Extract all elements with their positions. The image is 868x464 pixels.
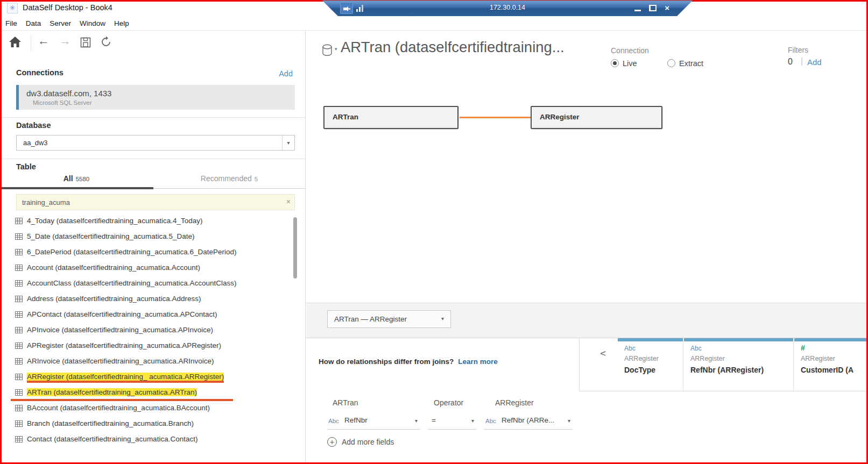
preview-grid: < AbcARRegisterDocTypeAbcARRegisterRefNb… (579, 338, 868, 464)
table-list-item[interactable]: 6_DatePeriod (dataselfcertifiedtraining_… (0, 245, 293, 260)
clear-search-icon[interactable]: × (286, 197, 291, 206)
tab-all[interactable]: All5580 (0, 174, 153, 188)
radio-live[interactable] (611, 59, 619, 67)
menu-help[interactable]: Help (114, 19, 135, 27)
relationship-editor: How do relationships differ from joins?L… (306, 338, 579, 464)
refresh-icon[interactable] (100, 36, 112, 49)
left-field-select[interactable]: Abc RefNbr ▾ (327, 412, 420, 430)
menu-data[interactable]: Data (26, 19, 47, 27)
table-list-item[interactable]: APContact (dataselfcertifiedtraining_acu… (0, 307, 293, 323)
menu-server[interactable]: Server (50, 19, 77, 27)
table-list-item-label: BAccount (dataselfcertifiedtraining_acum… (27, 404, 210, 412)
scrollbar-thumb[interactable] (293, 217, 297, 279)
table-list-item[interactable]: Branch (dataselfcertifiedtraining_acumat… (0, 416, 293, 432)
menu-window[interactable]: Window (80, 19, 111, 27)
table-list-item[interactable]: Contact (dataselfcertifiedtraining_acuma… (0, 432, 293, 447)
column-accent-bar (794, 338, 868, 341)
collapse-panel-icon[interactable]: < (600, 347, 606, 359)
table-search-input[interactable] (22, 195, 280, 210)
string-type-icon: Abc (690, 345, 702, 352)
table-list-item-label: ARRegister (dataselfcertifiedtraining_ a… (27, 373, 224, 383)
menu-file[interactable]: File (5, 19, 23, 27)
back-icon[interactable]: ← (38, 34, 50, 48)
chevron-down-icon[interactable]: ▾ (335, 46, 337, 52)
table-list-item-label: AccountClass (dataselfcertifiedtraining_… (27, 279, 236, 287)
right-field-select[interactable]: Abc RefNbr (ARRe... ▾ (484, 412, 573, 430)
table-list-item-label: 6_DatePeriod (dataselfcertifiedtraining_… (27, 248, 236, 256)
radio-live-label[interactable]: Live (623, 59, 637, 68)
toolbar-divider (31, 35, 31, 51)
filters-label: Filters (788, 46, 808, 54)
table-list-item[interactable]: APInvoice (dataselfcertifiedtraining_acu… (0, 323, 293, 338)
table-header: Table (16, 162, 36, 171)
minimize-button[interactable] (634, 10, 641, 11)
string-type-icon: Abc (485, 418, 496, 424)
home-icon[interactable] (9, 36, 22, 48)
add-filter-link[interactable]: Add (807, 58, 822, 67)
table-grid-icon (15, 233, 23, 240)
rdp-connection-bar: 172.30.0.14 × (322, 0, 693, 16)
window-title: DataSelf Desktop - Book4 (23, 3, 112, 12)
table-list-item[interactable]: APRegister (dataselfcertifiedtraining_ac… (0, 338, 293, 354)
close-button[interactable]: × (665, 0, 669, 16)
connection-item[interactable]: dw3.dataself.com, 1433 Microsoft SQL Ser… (16, 85, 295, 110)
table-list-item[interactable]: 5_Date (dataselfcertifiedtraining_acumat… (0, 229, 293, 245)
filters-divider: | (801, 56, 803, 66)
chevron-down-icon: ▾ (441, 316, 444, 322)
connection-server: dw3.dataself.com, 1433 (26, 89, 111, 98)
table-list-item[interactable]: ARRegister (dataselfcertifiedtraining_ a… (0, 369, 293, 385)
restore-button[interactable] (650, 5, 656, 11)
table-grid-icon (15, 280, 23, 287)
table-grid-icon (15, 358, 23, 365)
add-connection-link[interactable]: Add (279, 69, 293, 78)
table-list-item[interactable]: ARInvoice (dataselfcertifiedtraining_acu… (0, 354, 293, 369)
table-list-item[interactable]: Address (dataselfcertifiedtraining_acuma… (0, 291, 293, 307)
canvas-table-artran[interactable]: ARTran (323, 106, 458, 129)
table-grid-icon (15, 311, 23, 318)
grid-column-header[interactable]: #ARRegisterCustomerID (A (794, 338, 868, 391)
table-list-item[interactable]: AccountClass (dataselfcertifiedtraining_… (0, 276, 293, 291)
string-type-icon: Abc (328, 418, 339, 424)
table-grid-icon (15, 218, 23, 224)
operator-header: Operator (434, 398, 463, 407)
forward-icon: → (59, 34, 71, 48)
chevron-down-icon: ▾ (415, 418, 418, 424)
connection-label: Connection (611, 46, 649, 55)
tab-recommended[interactable]: Recommended5 (153, 174, 306, 188)
relationship-noodle[interactable] (460, 117, 531, 118)
connections-header: Connections (16, 68, 63, 77)
canvas-table-arregister[interactable]: ARRegister (531, 106, 662, 129)
grid-column-header[interactable]: AbcARRegisterRefNbr (ARRegister) (684, 338, 794, 391)
main-area: ▾ ARTran (dataselfcertifiedtraining... C… (306, 31, 868, 464)
table-list-item[interactable]: ARTran (dataselfcertifiedtraining_acumat… (0, 385, 293, 401)
relationship-pair-select[interactable]: ARTran — ARRegister ▾ (327, 310, 451, 328)
radio-extract[interactable] (667, 59, 675, 67)
save-icon[interactable] (80, 37, 91, 48)
table-grid-icon (15, 436, 23, 442)
table-grid-icon (15, 327, 23, 333)
table-list-item-label: 5_Date (dataselfcertifiedtraining_acumat… (27, 232, 194, 240)
sidebar: ← → Connections Add dw3.dataself.com, 14… (0, 31, 306, 464)
table-grid-icon (15, 389, 23, 396)
table-list-item[interactable]: BAccount (dataselfcertifiedtraining_acum… (0, 401, 293, 416)
table-list-item-label: APInvoice (dataselfcertifiedtraining_acu… (27, 326, 213, 334)
divider (0, 117, 305, 118)
table-list-item-label: 4_Today (dataselfcertifiedtraining_acuma… (27, 217, 202, 225)
tab-all-count: 5580 (76, 176, 90, 182)
datasource-icon[interactable] (322, 44, 333, 56)
database-select[interactable]: aa_dw3 ▾ (16, 135, 295, 151)
grid-column-header[interactable]: AbcARRegisterDocType (618, 338, 683, 391)
connection-type: Microsoft SQL Server (33, 99, 92, 106)
table-list-item[interactable]: Account (dataselfcertifiedtraining_acuma… (0, 260, 293, 276)
column-table-name: ARRegister (801, 355, 835, 362)
column-field-name: DocType (624, 366, 655, 374)
chevron-down-icon[interactable]: ▾ (282, 135, 294, 150)
tab-recommended-count: 5 (255, 176, 258, 182)
column-field-name: RefNbr (ARRegister) (690, 366, 764, 374)
table-list-item-label: Contact (dataselfcertifiedtraining_acuma… (27, 435, 197, 443)
radio-extract-label[interactable]: Extract (679, 59, 703, 68)
table-list-item-label: APContact (dataselfcertifiedtraining_acu… (27, 310, 217, 318)
operator-select[interactable]: = ▾ (428, 412, 476, 430)
learn-more-link[interactable]: Learn more (458, 358, 498, 366)
table-list-item[interactable]: 4_Today (dataselfcertifiedtraining_acuma… (0, 213, 293, 229)
